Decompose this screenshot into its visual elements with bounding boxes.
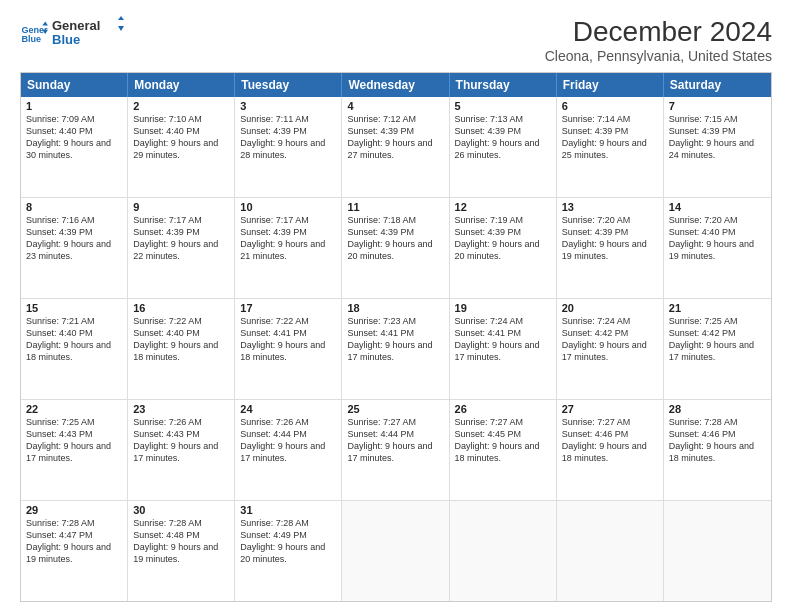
day-info: Sunrise: 7:22 AMSunset: 4:40 PMDaylight:… [133,315,229,364]
page: General Blue General Blue December 2024 … [0,0,792,612]
calendar-cell: 9Sunrise: 7:17 AMSunset: 4:39 PMDaylight… [128,198,235,298]
calendar-cell: 30Sunrise: 7:28 AMSunset: 4:48 PMDayligh… [128,501,235,601]
day-info: Sunrise: 7:12 AMSunset: 4:39 PMDaylight:… [347,113,443,162]
day-number: 30 [133,504,229,516]
day-info: Sunrise: 7:11 AMSunset: 4:39 PMDaylight:… [240,113,336,162]
calendar-body: 1Sunrise: 7:09 AMSunset: 4:40 PMDaylight… [21,97,771,601]
day-info: Sunrise: 7:19 AMSunset: 4:39 PMDaylight:… [455,214,551,263]
calendar-cell: 6Sunrise: 7:14 AMSunset: 4:39 PMDaylight… [557,97,664,197]
day-number: 17 [240,302,336,314]
calendar-cell: 7Sunrise: 7:15 AMSunset: 4:39 PMDaylight… [664,97,771,197]
svg-marker-2 [42,21,48,25]
calendar-cell [557,501,664,601]
calendar-cell: 20Sunrise: 7:24 AMSunset: 4:42 PMDayligh… [557,299,664,399]
calendar-header: SundayMondayTuesdayWednesdayThursdayFrid… [21,73,771,97]
logo-text: General Blue [52,16,124,51]
calendar-cell [450,501,557,601]
calendar-cell: 16Sunrise: 7:22 AMSunset: 4:40 PMDayligh… [128,299,235,399]
svg-marker-7 [118,26,124,31]
day-number: 13 [562,201,658,213]
calendar-cell: 3Sunrise: 7:11 AMSunset: 4:39 PMDaylight… [235,97,342,197]
calendar-cell: 4Sunrise: 7:12 AMSunset: 4:39 PMDaylight… [342,97,449,197]
day-info: Sunrise: 7:16 AMSunset: 4:39 PMDaylight:… [26,214,122,263]
weekday-header: Wednesday [342,73,449,97]
day-info: Sunrise: 7:14 AMSunset: 4:39 PMDaylight:… [562,113,658,162]
calendar-cell [664,501,771,601]
calendar-cell [342,501,449,601]
calendar-row: 29Sunrise: 7:28 AMSunset: 4:47 PMDayligh… [21,500,771,601]
day-info: Sunrise: 7:22 AMSunset: 4:41 PMDaylight:… [240,315,336,364]
calendar-cell: 29Sunrise: 7:28 AMSunset: 4:47 PMDayligh… [21,501,128,601]
day-number: 20 [562,302,658,314]
svg-text:Blue: Blue [52,32,80,47]
calendar-cell: 25Sunrise: 7:27 AMSunset: 4:44 PMDayligh… [342,400,449,500]
svg-text:General: General [52,18,100,33]
day-number: 18 [347,302,443,314]
svg-marker-6 [118,16,124,20]
weekday-header: Friday [557,73,664,97]
calendar-row: 15Sunrise: 7:21 AMSunset: 4:40 PMDayligh… [21,298,771,399]
day-info: Sunrise: 7:15 AMSunset: 4:39 PMDaylight:… [669,113,766,162]
calendar-cell: 28Sunrise: 7:28 AMSunset: 4:46 PMDayligh… [664,400,771,500]
calendar-cell: 17Sunrise: 7:22 AMSunset: 4:41 PMDayligh… [235,299,342,399]
day-number: 12 [455,201,551,213]
day-number: 8 [26,201,122,213]
calendar-row: 1Sunrise: 7:09 AMSunset: 4:40 PMDaylight… [21,97,771,197]
calendar-cell: 13Sunrise: 7:20 AMSunset: 4:39 PMDayligh… [557,198,664,298]
calendar-cell: 27Sunrise: 7:27 AMSunset: 4:46 PMDayligh… [557,400,664,500]
day-number: 10 [240,201,336,213]
weekday-header: Sunday [21,73,128,97]
day-info: Sunrise: 7:17 AMSunset: 4:39 PMDaylight:… [240,214,336,263]
calendar-row: 8Sunrise: 7:16 AMSunset: 4:39 PMDaylight… [21,197,771,298]
day-info: Sunrise: 7:28 AMSunset: 4:49 PMDaylight:… [240,517,336,566]
day-info: Sunrise: 7:13 AMSunset: 4:39 PMDaylight:… [455,113,551,162]
day-number: 14 [669,201,766,213]
calendar-cell: 15Sunrise: 7:21 AMSunset: 4:40 PMDayligh… [21,299,128,399]
day-info: Sunrise: 7:26 AMSunset: 4:43 PMDaylight:… [133,416,229,465]
day-number: 2 [133,100,229,112]
day-number: 21 [669,302,766,314]
day-number: 25 [347,403,443,415]
day-number: 7 [669,100,766,112]
day-info: Sunrise: 7:09 AMSunset: 4:40 PMDaylight:… [26,113,122,162]
day-info: Sunrise: 7:24 AMSunset: 4:42 PMDaylight:… [562,315,658,364]
page-subtitle: Cleona, Pennsylvania, United States [545,48,772,64]
day-number: 24 [240,403,336,415]
day-number: 9 [133,201,229,213]
day-number: 1 [26,100,122,112]
day-info: Sunrise: 7:17 AMSunset: 4:39 PMDaylight:… [133,214,229,263]
day-number: 11 [347,201,443,213]
day-number: 29 [26,504,122,516]
day-number: 3 [240,100,336,112]
day-info: Sunrise: 7:27 AMSunset: 4:44 PMDaylight:… [347,416,443,465]
weekday-header: Saturday [664,73,771,97]
day-number: 6 [562,100,658,112]
day-info: Sunrise: 7:25 AMSunset: 4:43 PMDaylight:… [26,416,122,465]
calendar-cell: 5Sunrise: 7:13 AMSunset: 4:39 PMDaylight… [450,97,557,197]
title-block: December 2024 Cleona, Pennsylvania, Unit… [545,16,772,64]
weekday-header: Monday [128,73,235,97]
calendar: SundayMondayTuesdayWednesdayThursdayFrid… [20,72,772,602]
day-info: Sunrise: 7:27 AMSunset: 4:46 PMDaylight:… [562,416,658,465]
calendar-cell: 1Sunrise: 7:09 AMSunset: 4:40 PMDaylight… [21,97,128,197]
calendar-cell: 14Sunrise: 7:20 AMSunset: 4:40 PMDayligh… [664,198,771,298]
day-number: 23 [133,403,229,415]
day-info: Sunrise: 7:25 AMSunset: 4:42 PMDaylight:… [669,315,766,364]
calendar-cell: 18Sunrise: 7:23 AMSunset: 4:41 PMDayligh… [342,299,449,399]
day-number: 15 [26,302,122,314]
day-number: 27 [562,403,658,415]
day-number: 22 [26,403,122,415]
calendar-cell: 24Sunrise: 7:26 AMSunset: 4:44 PMDayligh… [235,400,342,500]
logo-icon: General Blue [20,20,48,48]
calendar-cell: 10Sunrise: 7:17 AMSunset: 4:39 PMDayligh… [235,198,342,298]
day-number: 31 [240,504,336,516]
calendar-cell: 19Sunrise: 7:24 AMSunset: 4:41 PMDayligh… [450,299,557,399]
svg-text:General: General [21,24,48,34]
calendar-cell: 22Sunrise: 7:25 AMSunset: 4:43 PMDayligh… [21,400,128,500]
weekday-header: Tuesday [235,73,342,97]
logo: General Blue General Blue [20,16,124,51]
header: General Blue General Blue December 2024 … [20,16,772,64]
day-info: Sunrise: 7:10 AMSunset: 4:40 PMDaylight:… [133,113,229,162]
day-number: 28 [669,403,766,415]
calendar-cell: 12Sunrise: 7:19 AMSunset: 4:39 PMDayligh… [450,198,557,298]
